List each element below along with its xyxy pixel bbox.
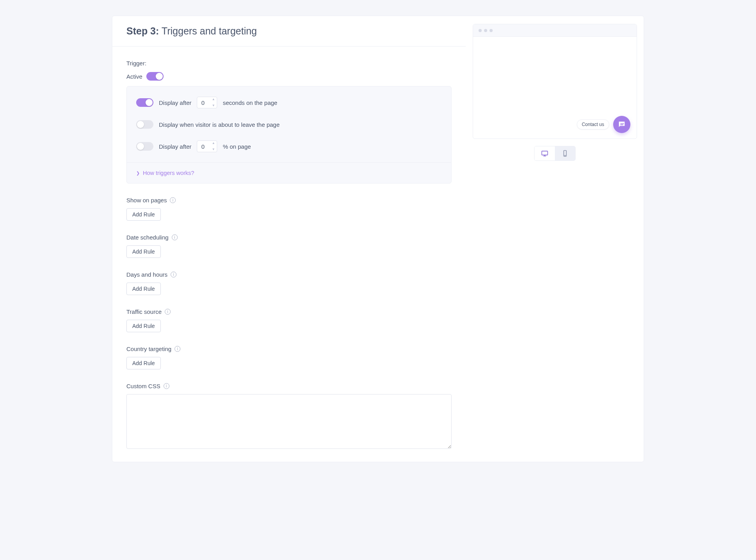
trigger-after-seconds-prefix: Display after — [159, 99, 191, 106]
info-icon[interactable]: i — [172, 234, 178, 240]
stepper-down-icon[interactable]: ▼ — [212, 148, 216, 151]
preview-window-chrome — [473, 24, 637, 37]
trigger-label: Trigger: — [126, 60, 452, 67]
window-dot-icon — [479, 29, 482, 32]
country-targeting-label: Country targeting — [126, 346, 171, 352]
desktop-icon — [541, 149, 549, 157]
info-icon[interactable]: i — [171, 272, 176, 277]
window-dot-icon — [484, 29, 487, 32]
chevron-right-icon: ❯ — [136, 171, 140, 176]
info-icon[interactable]: i — [165, 309, 171, 315]
contact-us-label: Contact us — [577, 119, 609, 130]
device-toggle — [534, 146, 576, 161]
trigger-after-percent-input[interactable]: 0 ▲▼ — [197, 140, 217, 152]
trigger-box: Display after 0 ▲▼ seconds on the page D… — [126, 86, 452, 184]
stepper-up-icon[interactable]: ▲ — [212, 142, 216, 145]
svg-rect-0 — [542, 151, 547, 155]
active-toggle[interactable] — [146, 72, 164, 81]
device-mobile-tab[interactable] — [555, 146, 575, 160]
add-rule-country-targeting[interactable]: Add Rule — [126, 357, 161, 369]
trigger-exit-intent-label: Display when visitor is about to leave t… — [159, 121, 280, 128]
add-rule-date-scheduling[interactable]: Add Rule — [126, 245, 161, 258]
info-icon[interactable]: i — [175, 346, 180, 352]
trigger-after-percent-suffix: % on page — [223, 143, 251, 150]
trigger-after-seconds-suffix: seconds on the page — [223, 99, 277, 106]
chat-icon — [617, 120, 626, 129]
step-prefix: Step 3: — [126, 25, 159, 36]
trigger-after-percent-row: Display after 0 ▲▼ % on page — [136, 140, 442, 152]
how-triggers-work-link[interactable]: How triggers works? — [143, 170, 194, 176]
trigger-after-seconds-input[interactable]: 0 ▲▼ — [197, 97, 217, 108]
trigger-exit-intent-row: Display when visitor is about to leave t… — [136, 120, 442, 129]
preview-panel: Contact us — [473, 24, 637, 139]
info-icon[interactable]: i — [164, 383, 169, 389]
show-on-pages-label: Show on pages — [126, 197, 167, 203]
trigger-after-seconds-toggle[interactable] — [136, 98, 153, 107]
days-and-hours-label: Days and hours — [126, 271, 167, 278]
step-name: Triggers and targeting — [162, 25, 257, 36]
custom-css-textarea[interactable] — [126, 394, 452, 449]
traffic-source-label: Traffic source — [126, 308, 162, 315]
settings-card: Step 3: Triggers and targeting Trigger: … — [112, 16, 644, 462]
svg-point-2 — [565, 155, 565, 156]
stepper-down-icon[interactable]: ▼ — [212, 104, 216, 107]
trigger-after-seconds-row: Display after 0 ▲▼ seconds on the page — [136, 97, 442, 108]
add-rule-traffic-source[interactable]: Add Rule — [126, 320, 161, 332]
trigger-after-percent-prefix: Display after — [159, 143, 191, 150]
add-rule-show-on-pages[interactable]: Add Rule — [126, 208, 161, 221]
chat-bubble-button[interactable] — [613, 116, 630, 133]
mobile-icon — [561, 149, 569, 157]
info-icon[interactable]: i — [170, 197, 176, 203]
window-dot-icon — [490, 29, 493, 32]
trigger-exit-intent-toggle[interactable] — [136, 120, 153, 129]
stepper-up-icon[interactable]: ▲ — [212, 98, 216, 101]
active-label: Active — [126, 73, 142, 80]
date-scheduling-label: Date scheduling — [126, 234, 169, 241]
trigger-after-percent-toggle[interactable] — [136, 142, 153, 151]
add-rule-days-hours[interactable]: Add Rule — [126, 283, 161, 295]
step-title: Step 3: Triggers and targeting — [126, 25, 452, 37]
custom-css-label: Custom CSS — [126, 383, 160, 389]
card-header: Step 3: Triggers and targeting — [112, 16, 466, 47]
device-desktop-tab[interactable] — [535, 146, 555, 160]
